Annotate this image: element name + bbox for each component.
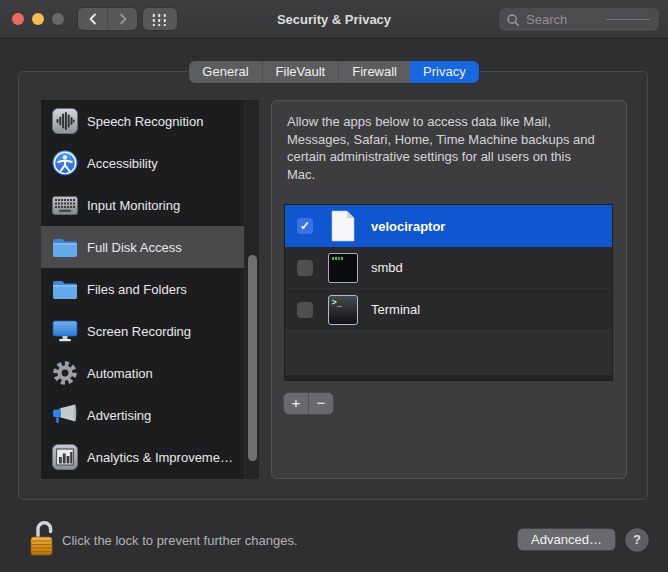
- privacy-category-sidebar: Speech Recognition Accessibility Input M…: [41, 100, 259, 479]
- checkbox-velociraptor[interactable]: ✓: [297, 218, 313, 234]
- sidebar-scrollbar-track[interactable]: [244, 100, 259, 479]
- accessibility-icon: [50, 150, 80, 176]
- sidebar-item-label: Full Disk Access: [87, 240, 182, 255]
- app-row-velociraptor[interactable]: ✓ velociraptor: [285, 205, 612, 247]
- search-icon: [506, 13, 520, 27]
- sidebar-rows: Speech Recognition Accessibility Input M…: [41, 100, 244, 478]
- sidebar-item-speech-recognition[interactable]: Speech Recognition: [41, 100, 244, 142]
- sidebar-item-label: Files and Folders: [87, 282, 187, 297]
- panel-description: Allow the apps below to access data like…: [287, 113, 599, 183]
- add-app-button[interactable]: +: [284, 393, 308, 414]
- document-icon: [327, 210, 359, 242]
- terminal-prompt-glyph: >_: [328, 295, 358, 325]
- advanced-button[interactable]: Advanced…: [518, 529, 615, 550]
- remove-app-button[interactable]: −: [309, 393, 333, 414]
- app-row-smbd[interactable]: smbd: [285, 247, 612, 289]
- sidebar-item-advertising[interactable]: Advertising: [41, 394, 244, 436]
- sidebar-item-files-and-folders[interactable]: Files and Folders: [41, 268, 244, 310]
- sidebar-item-automation[interactable]: Automation: [41, 352, 244, 394]
- lock-button[interactable]: [28, 516, 58, 558]
- sidebar-item-label: Advertising: [87, 408, 151, 423]
- gear-icon: [50, 360, 80, 386]
- folder-icon: [50, 237, 80, 258]
- chevron-right-icon: [118, 13, 128, 25]
- sidebar-item-label: Speech Recognition: [87, 114, 203, 129]
- sidebar-item-screen-recording[interactable]: Screen Recording: [41, 310, 244, 352]
- lock-message: Click the lock to prevent further change…: [62, 533, 298, 548]
- terminal-app-icon: >_: [327, 294, 359, 326]
- keyboard-icon: [50, 196, 80, 215]
- app-row-terminal[interactable]: >_ Terminal: [285, 289, 612, 331]
- sidebar-scrollbar-thumb[interactable]: [248, 255, 257, 461]
- grid-icon: [151, 13, 169, 26]
- green-text-pixels: [332, 257, 334, 260]
- sidebar-item-label: Screen Recording: [87, 324, 191, 339]
- unlocked-padlock-icon: [28, 516, 58, 558]
- forward-button[interactable]: [107, 8, 137, 30]
- tab-firewall[interactable]: Firewall: [339, 61, 410, 83]
- full-disk-access-panel: Allow the apps below to access data like…: [271, 100, 627, 479]
- tab-bar: General FileVault Firewall Privacy: [0, 61, 668, 83]
- nav-button-group: [78, 8, 137, 30]
- sidebar-item-label: Automation: [87, 366, 153, 381]
- display-icon: [50, 320, 80, 342]
- minimize-window-button[interactable]: [32, 13, 44, 25]
- megaphone-icon: [50, 404, 80, 426]
- close-window-button[interactable]: [12, 13, 24, 25]
- tab-control: General FileVault Firewall Privacy: [189, 61, 478, 83]
- search-field[interactable]: [500, 9, 658, 30]
- checkbox-smbd[interactable]: [297, 260, 313, 276]
- sidebar-item-accessibility[interactable]: Accessibility: [41, 142, 244, 184]
- waveform-icon: [50, 108, 80, 134]
- sidebar-item-input-monitoring[interactable]: Input Monitoring: [41, 184, 244, 226]
- show-all-preferences-button[interactable]: [143, 8, 177, 30]
- folder-icon: [50, 279, 80, 300]
- app-name: smbd: [371, 260, 403, 275]
- titlebar: Security & Privacy: [0, 0, 668, 39]
- sidebar-item-label: Input Monitoring: [87, 198, 180, 213]
- sidebar-item-label: Accessibility: [87, 156, 158, 171]
- allowed-apps-list: ✓ velociraptor smbd >_: [284, 204, 613, 381]
- content-box: Speech Recognition Accessibility Input M…: [18, 71, 648, 500]
- terminal-app-icon: [327, 252, 359, 284]
- check-icon: ✓: [300, 219, 310, 233]
- help-button[interactable]: ?: [626, 529, 648, 551]
- sidebar-item-analytics[interactable]: Analytics & Improveme…: [41, 436, 244, 478]
- checkbox-terminal[interactable]: [297, 302, 313, 318]
- security-privacy-window: Security & Privacy General FileVault Fir…: [0, 0, 668, 572]
- app-name: Terminal: [371, 302, 420, 317]
- search-field-line: [606, 19, 650, 20]
- app-name: velociraptor: [371, 219, 445, 234]
- back-button[interactable]: [78, 8, 107, 30]
- sidebar-item-label: Analytics & Improveme…: [87, 450, 233, 465]
- tab-general[interactable]: General: [189, 61, 262, 83]
- sidebar-item-full-disk-access[interactable]: Full Disk Access: [41, 226, 244, 268]
- list-edit-buttons: + −: [284, 393, 333, 414]
- chevron-left-icon: [88, 13, 98, 25]
- bar-chart-icon: [50, 444, 80, 470]
- tab-filevault[interactable]: FileVault: [263, 61, 340, 83]
- tab-privacy[interactable]: Privacy: [410, 61, 479, 83]
- zoom-window-button-disabled: [52, 13, 64, 25]
